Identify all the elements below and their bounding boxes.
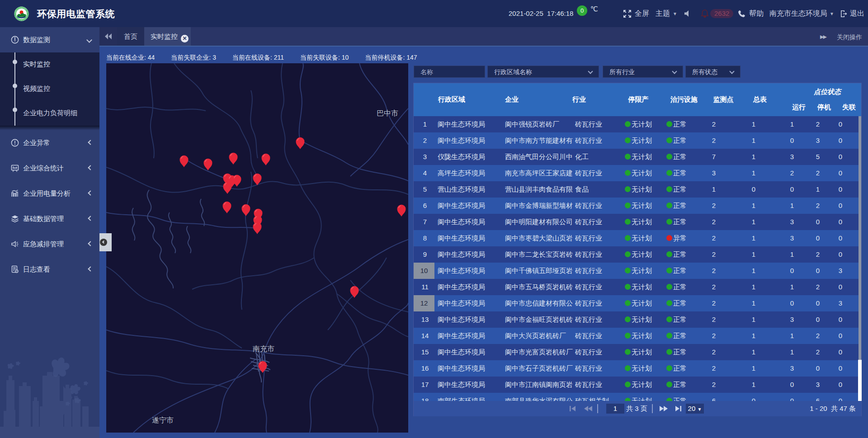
- svg-text:遂宁市: 遂宁市: [152, 416, 174, 424]
- svg-text:南充市: 南充市: [253, 345, 274, 353]
- svg-text:巴中市: 巴中市: [377, 109, 398, 117]
